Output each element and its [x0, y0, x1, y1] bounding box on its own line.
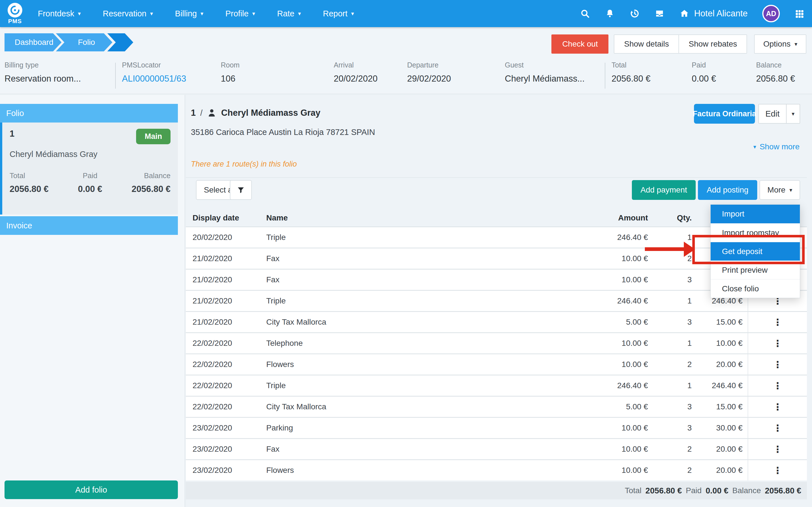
menu-frontdesk[interactable]: Frontdesk▾ — [38, 9, 81, 18]
info-arrival: Arrival20/02/2020 — [334, 61, 378, 84]
chevron-down-icon: ▾ — [790, 187, 792, 193]
edit-dropdown-toggle[interactable]: ▾ — [786, 104, 800, 123]
chevron-down-icon: ▾ — [792, 111, 795, 117]
folio-total: 2056.80 € — [10, 184, 49, 194]
footer-paid: 0.00 € — [706, 486, 729, 495]
pms-folio-page: PMS Frontdesk▾ Reservation▾ Billing▾ Pro… — [0, 0, 812, 507]
options-button[interactable]: Options▾ — [754, 35, 806, 54]
chevron-down-icon: ▾ — [298, 11, 301, 16]
edit-button-group: Edit ▾ — [758, 104, 800, 124]
table-row[interactable]: 21/02/2020City Tax Mallorca5.00 €315.00 … — [186, 311, 807, 332]
show-buttons-group: Show details Show rebates — [614, 35, 747, 54]
postings-table-footer: Total2056.80 € Paid0.00 € Balance2056.80… — [186, 482, 807, 499]
history-icon[interactable] — [630, 8, 640, 19]
edit-button[interactable]: Edit — [759, 104, 786, 123]
table-row[interactable]: 22/02/2020City Tax Mallorca5.00 €315.00 … — [186, 396, 807, 417]
menu-item-get-deposit[interactable]: Get deposit — [711, 242, 800, 261]
table-row[interactable]: 22/02/2020Flowers10.00 €220.00 €⋮ — [186, 353, 807, 375]
chevron-down-icon: ▾ — [252, 11, 255, 16]
footer-total: 2056.80 € — [645, 486, 682, 495]
add-folio-button[interactable]: Add folio — [4, 481, 178, 499]
table-row[interactable]: 22/02/2020Telephone10.00 €110.00 €⋮ — [186, 332, 807, 353]
apps-grid-icon[interactable] — [795, 8, 805, 19]
menu-billing[interactable]: Billing▾ — [175, 9, 203, 18]
guest-address: 35186 Carioca Place Austin La Rioja 7872… — [191, 128, 375, 137]
home-icon — [679, 8, 690, 19]
row-actions-icon[interactable]: ⋮ — [773, 466, 782, 475]
notifications-bell-icon[interactable] — [605, 8, 615, 19]
main-menu: Frontdesk▾ Reservation▾ Billing▾ Profile… — [38, 9, 376, 18]
col-name: Name — [266, 213, 591, 222]
col-display-date: Display date — [186, 213, 266, 222]
hotel-selector[interactable]: Hotel Alicante — [679, 8, 748, 19]
row-actions-icon[interactable]: ⋮ — [773, 424, 782, 433]
breadcrumb-dashboard[interactable]: Dashboard — [4, 33, 62, 51]
pms-logo-text: PMS — [8, 18, 22, 24]
table-row[interactable]: 22/02/2020Triple246.40 €1246.40 €⋮ — [186, 375, 807, 396]
menu-rate[interactable]: Rate▾ — [277, 9, 301, 18]
show-details-button[interactable]: Show details — [615, 35, 679, 53]
row-actions-icon[interactable]: ⋮ — [773, 402, 782, 411]
footer-balance: 2056.80 € — [765, 486, 801, 495]
search-icon[interactable] — [580, 8, 590, 19]
row-actions-icon[interactable]: ⋮ — [773, 445, 782, 454]
info-pms-locator: PMSLocatorALI00000051/63 — [122, 61, 186, 84]
row-actions-icon[interactable]: ⋮ — [773, 360, 782, 369]
divider — [605, 63, 605, 89]
add-posting-button[interactable]: Add posting — [698, 180, 757, 200]
row-actions-icon[interactable]: ⋮ — [773, 381, 782, 390]
menu-item-close-folio[interactable]: Close folio — [711, 279, 800, 298]
more-button[interactable]: More▾ — [759, 180, 800, 200]
col-amount: Amount — [591, 213, 653, 222]
divider — [186, 177, 807, 178]
show-more-link[interactable]: ▾Show more — [753, 142, 800, 151]
chevron-down-icon: ▾ — [78, 11, 81, 16]
menu-profile[interactable]: Profile▾ — [225, 9, 255, 18]
info-billing-type: Billing typeReservation room... — [4, 61, 81, 84]
menu-item-import-roomstay[interactable]: Import roomstay — [711, 223, 800, 242]
inbox-icon[interactable] — [654, 8, 664, 19]
table-row[interactable]: 23/02/2020Fax10.00 €220.00 €⋮ — [186, 438, 807, 459]
main-badge: Main — [136, 129, 171, 144]
info-guest: GuestCheryl Médiamass... — [505, 61, 585, 84]
pms-logo[interactable]: PMS — [5, 3, 25, 24]
chevron-down-icon: ▾ — [795, 41, 797, 47]
table-row[interactable]: 23/02/2020Flowers10.00 €220.00 €⋮ — [186, 459, 807, 481]
check-out-button[interactable]: Check out — [552, 35, 608, 54]
filter-button[interactable] — [230, 180, 252, 200]
col-qty: Qty. — [653, 213, 697, 222]
menu-item-print-preview[interactable]: Print preview — [711, 261, 800, 279]
breadcrumb-folio[interactable]: Folio — [56, 33, 112, 51]
folio-balance: 2056.80 € — [131, 184, 171, 194]
invoice-type-button[interactable]: Factura Ordinaria — [694, 104, 755, 124]
show-rebates-button[interactable]: Show rebates — [679, 35, 747, 53]
pms-locator-link[interactable]: ALI00000051/63 — [122, 74, 186, 84]
row-actions-icon[interactable]: ⋮ — [773, 318, 782, 327]
add-payment-button[interactable]: Add payment — [632, 180, 696, 200]
folio-guest-name: Cheryl Médiamass Gray — [10, 150, 171, 159]
guest-title-row: 1 / Cheryl Médiamass Gray — [191, 108, 321, 118]
info-paid: Paid0.00 € — [692, 61, 716, 84]
filter-funnel-icon — [237, 186, 245, 194]
reservation-info-row: Billing typeReservation room... PMSLocat… — [0, 61, 812, 92]
chevron-down-icon: ▾ — [200, 11, 203, 16]
menu-reservation[interactable]: Reservation▾ — [103, 9, 153, 18]
table-row[interactable]: 23/02/2020Parking10.00 €330.00 €⋮ — [186, 417, 807, 438]
reservation-header: Dashboard Folio Check out Show details S… — [0, 27, 812, 94]
folio-main-panel: 1 / Cheryl Médiamass Gray Factura Ordina… — [186, 95, 807, 507]
user-avatar[interactable]: AD — [762, 5, 780, 22]
row-actions-icon[interactable]: ⋮ — [773, 339, 782, 348]
menu-report[interactable]: Report▾ — [323, 9, 354, 18]
divider — [115, 63, 116, 89]
info-balance: Balance2056.80 € — [756, 61, 795, 84]
menu-item-import[interactable]: Import — [711, 205, 800, 223]
folio-sidebar: Folio 1 Main Cheryl Médiamass Gray Total… — [0, 95, 185, 507]
guest-index: 1 — [191, 108, 196, 118]
info-departure: Departure29/02/2020 — [407, 61, 451, 84]
header-actions: Check out Show details Show rebates Opti… — [552, 35, 806, 54]
folio-paid: 0.00 € — [78, 184, 102, 194]
folio-card[interactable]: 1 Main Cheryl Médiamass Gray Total2056.8… — [0, 122, 178, 215]
sidebar-section-folio[interactable]: Folio — [0, 104, 178, 122]
chevron-down-icon: ▾ — [351, 11, 354, 16]
sidebar-section-invoice[interactable]: Invoice — [0, 216, 178, 235]
